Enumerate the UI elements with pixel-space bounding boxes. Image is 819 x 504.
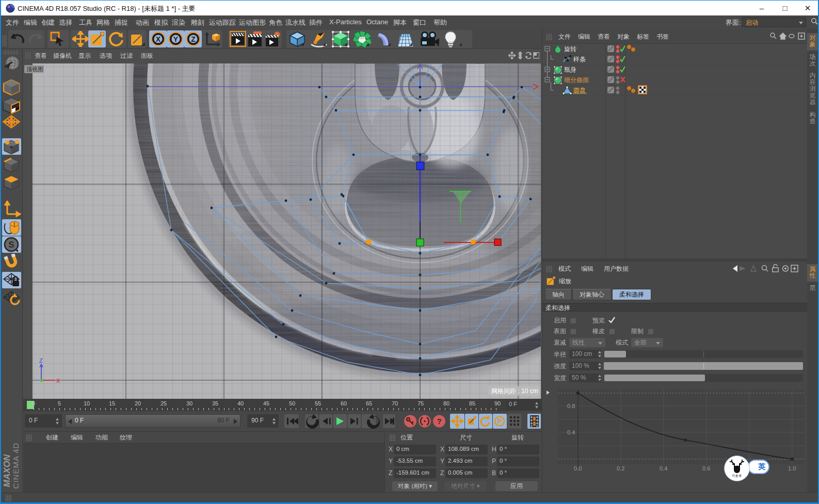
svg-text:P: P — [497, 418, 502, 425]
svg-text:0.8: 0.8 — [567, 403, 575, 409]
svg-text:顶视图: 顶视图 — [26, 66, 43, 72]
svg-text:X: X — [56, 378, 60, 384]
svg-text:网格间距 : 10 cm: 网格间距 : 10 cm — [491, 387, 538, 395]
svg-text:?: ? — [437, 417, 441, 426]
svg-text:样条: 样条 — [573, 56, 586, 63]
svg-text:0.0: 0.0 — [574, 465, 582, 472]
svg-text:0.2: 0.2 — [617, 465, 624, 472]
svg-text:0.4: 0.4 — [660, 465, 667, 472]
svg-text:X: X — [156, 35, 161, 43]
svg-text:圆盘: 圆盘 — [573, 87, 586, 94]
svg-text:行走者: 行走者 — [732, 474, 742, 478]
svg-text:Z: Z — [39, 357, 43, 364]
svg-text:旋转: 旋转 — [564, 45, 576, 53]
svg-text:细分曲面: 细分曲面 — [564, 76, 589, 84]
svg-text:瓶身: 瓶身 — [564, 66, 576, 73]
svg-text:Z: Z — [191, 35, 196, 43]
svg-text:0.4: 0.4 — [567, 429, 575, 435]
svg-text:Y: Y — [173, 35, 179, 43]
svg-text:S: S — [8, 240, 14, 250]
svg-text:0.6: 0.6 — [702, 465, 710, 472]
